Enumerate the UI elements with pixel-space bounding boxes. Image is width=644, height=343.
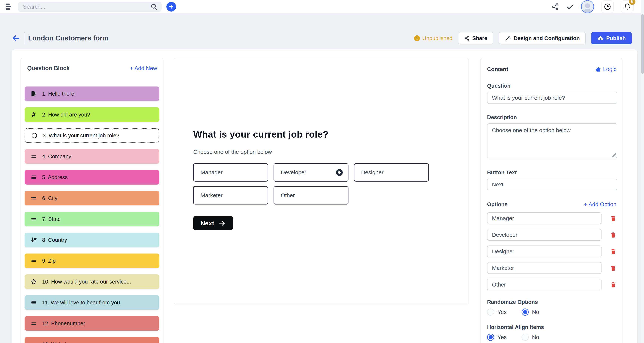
logic-link[interactable]: Logic — [595, 66, 616, 72]
yes-label: Yes — [498, 334, 507, 340]
add-new-link[interactable]: + Add New — [130, 65, 157, 71]
short-text-icon — [30, 195, 37, 201]
question-field-label: Question — [487, 83, 616, 89]
question-item-label: 12. Phonenumber — [42, 320, 85, 326]
question-item-label: 7. State — [42, 216, 61, 222]
question-item-13[interactable]: 13. Website — [24, 337, 159, 343]
question-preview: What is your current job role? Choose on… — [174, 58, 469, 304]
share-button-label: Share — [472, 35, 487, 41]
search-input[interactable] — [18, 4, 150, 10]
option-row-2 — [487, 229, 616, 241]
option-card-marketer[interactable]: Marketer — [193, 186, 268, 204]
content-settings-panel: Content Logic Question Description Choos… — [480, 58, 622, 343]
button-text-field-label: Button Text — [487, 169, 616, 176]
question-item-1[interactable]: 1. Hello there! — [24, 87, 159, 101]
share-filled-icon — [464, 36, 470, 41]
next-button[interactable]: Next — [193, 216, 233, 230]
arrow-right-icon — [218, 219, 226, 227]
question-item-label: 8. Country — [42, 237, 67, 243]
question-item-label: 2. How old are you? — [42, 112, 90, 118]
selected-radio-icon — [336, 169, 343, 176]
question-item-2[interactable]: # 2. How old are you? — [24, 107, 159, 122]
question-field-input[interactable] — [487, 92, 617, 104]
long-text-icon — [30, 174, 37, 180]
design-configuration-button[interactable]: Design and Configuration — [499, 32, 586, 44]
history-button[interactable] — [601, 0, 614, 13]
question-item-label: 13. Website — [42, 341, 70, 343]
option-input-manager[interactable] — [487, 212, 602, 224]
delete-option-icon[interactable] — [610, 232, 616, 238]
design-button-label: Design and Configuration — [514, 35, 580, 41]
share-button[interactable]: Share — [458, 32, 493, 44]
question-item-label: 6. City — [42, 195, 58, 201]
short-text-icon — [30, 341, 37, 343]
topbar-actions: 6 — [551, 0, 634, 13]
randomize-no-radio[interactable] — [522, 308, 529, 315]
delete-option-icon[interactable] — [610, 248, 616, 255]
horizontal-no-radio[interactable] — [522, 334, 529, 341]
option-input-developer[interactable] — [487, 229, 602, 241]
delete-option-icon[interactable] — [610, 281, 616, 288]
delete-option-icon[interactable] — [610, 215, 616, 221]
option-input-other[interactable] — [487, 279, 602, 290]
logic-link-label: Logic — [603, 66, 616, 72]
question-item-9[interactable]: 9. Zip — [24, 253, 159, 268]
short-text-icon — [30, 258, 37, 264]
question-item-label: 4. Company — [42, 153, 71, 160]
header-actions: Unpublished Share Design and Configurati… — [414, 32, 632, 44]
add-option-link[interactable]: + Add Option — [584, 201, 616, 207]
option-input-designer[interactable] — [487, 245, 602, 257]
delete-option-icon[interactable] — [610, 265, 616, 271]
warning-icon — [414, 35, 420, 41]
question-item-6[interactable]: 6. City — [24, 191, 159, 205]
publish-button[interactable]: Publish — [591, 32, 632, 44]
question-item-12[interactable]: 12. Phonenumber — [24, 316, 159, 331]
question-item-7[interactable]: 7. State — [24, 212, 159, 226]
puzzle-icon — [595, 66, 601, 72]
question-list: 1. Hello there! # 2. How old are you? 3.… — [24, 87, 159, 343]
option-card-developer-selected[interactable]: Developer — [274, 163, 348, 182]
search-icon[interactable] — [150, 3, 158, 10]
avatar[interactable] — [581, 0, 594, 13]
option-label: Designer — [361, 169, 384, 176]
add-icon[interactable]: + — [166, 2, 176, 12]
randomize-yes-radio[interactable] — [487, 308, 494, 315]
horizontal-yes-radio[interactable] — [487, 334, 494, 341]
question-item-label: 3. What is your current job role? — [43, 133, 119, 139]
short-text-icon — [30, 216, 37, 222]
search-box — [18, 2, 162, 12]
window-scrollbar[interactable] — [641, 0, 644, 343]
question-block-title: Question Block — [27, 65, 70, 72]
question-item-4[interactable]: 4. Company — [24, 149, 159, 164]
scrollbar-thumb[interactable] — [642, 14, 644, 74]
option-card-designer[interactable]: Designer — [354, 163, 429, 182]
option-card-manager[interactable]: Manager — [193, 163, 268, 182]
topbar: + 6 — [0, 0, 644, 14]
question-item-10[interactable]: 10. How would you rate our service... — [24, 274, 159, 289]
horizontal-align-label: Horizontal Align Items — [487, 324, 616, 330]
menu-icon[interactable] — [6, 4, 11, 10]
divider — [24, 33, 24, 44]
dropdown-icon — [30, 237, 37, 243]
option-card-other[interactable]: Other — [274, 186, 348, 204]
description-field-textarea[interactable]: Choose one of the option below — [487, 123, 617, 158]
button-text-input[interactable] — [487, 179, 617, 190]
question-item-label: 9. Zip — [42, 258, 56, 264]
app-window: + 6 London Cu — [0, 0, 644, 343]
question-item-3-selected[interactable]: 3. What is your current job role? — [24, 128, 159, 143]
question-item-8[interactable]: 8. Country — [24, 233, 159, 247]
share-icon[interactable] — [551, 3, 559, 11]
publish-button-label: Publish — [606, 35, 626, 41]
back-arrow-icon[interactable] — [12, 34, 20, 43]
short-text-icon — [30, 320, 37, 326]
option-input-marketer[interactable] — [487, 262, 602, 274]
question-item-11[interactable]: 11. We will love to hear from you — [24, 295, 159, 310]
status-badge: Unpublished — [414, 35, 452, 41]
content-tab-label: Content — [487, 66, 508, 72]
check-icon[interactable] — [566, 3, 574, 11]
notifications-button[interactable]: 6 — [621, 0, 634, 13]
preview-question-title: What is your current job role? — [193, 129, 468, 140]
preview-options: Manager Developer Designer Marketer Othe… — [193, 163, 436, 204]
next-button-label: Next — [200, 220, 214, 227]
question-item-5[interactable]: 5. Address — [24, 170, 159, 185]
